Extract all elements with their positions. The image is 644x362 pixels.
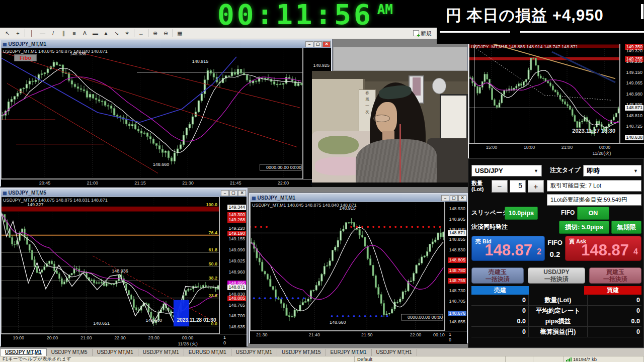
close-all-sell-button[interactable]: 売建玉 一括決済 xyxy=(471,267,524,284)
close-all-buy-button[interactable]: 買建玉 一括決済 xyxy=(589,267,641,284)
close-icon[interactable]: ✕ xyxy=(458,195,466,201)
tile-windows-icon[interactable]: ▦ xyxy=(175,29,185,38)
time-tick: 21:50 xyxy=(361,332,373,337)
fibo-object-label[interactable]: Fibo xyxy=(14,54,37,61)
svg-text:61.8: 61.8 xyxy=(208,247,217,252)
svg-text:148.660: 148.660 xyxy=(153,162,170,167)
time-tick: 20:00 xyxy=(47,335,58,340)
tab-usdjpy-m1-2[interactable]: USDJPY MT,M1 xyxy=(93,349,138,356)
status-profile[interactable]: Default xyxy=(355,356,506,362)
price-tag: 148.871 xyxy=(625,105,643,111)
horizontal-line-icon[interactable]: — xyxy=(37,29,48,38)
price-axis: 149.344149.300149.268149.220149.190149.1… xyxy=(219,197,247,334)
vertical-line-icon[interactable]: │ xyxy=(27,29,37,38)
close-icon[interactable]: ✕ xyxy=(238,190,246,196)
sell-avg-rate-value: 0 xyxy=(471,306,529,316)
slippage-button[interactable]: 10.0pips xyxy=(505,207,538,220)
close-icon[interactable]: ✕ xyxy=(323,41,331,47)
close-all-positions-button[interactable]: USD/JPY 一括決済 xyxy=(528,267,585,284)
order-type-select[interactable]: 即時 ▼ xyxy=(583,165,641,176)
crosshair-icon[interactable]: + xyxy=(13,29,23,38)
window-titlebar[interactable]: ▦ USDJPY_MT,M5 – ▢ ✕ xyxy=(1,189,247,197)
clock-ampm: AM xyxy=(377,2,393,17)
arrow-tool-icon[interactable]: ↘ xyxy=(111,29,122,38)
price-tick: 149.155 xyxy=(227,236,246,242)
status-bar: F1キーでヘルプが表示されます Default 16194/7 kb xyxy=(0,356,644,362)
indicator-scale-tick: 0 xyxy=(223,340,226,345)
zoom-in-icon[interactable]: ⊕ xyxy=(150,29,160,38)
toolbar-separator xyxy=(173,29,173,37)
cursor-icon[interactable]: ↖ xyxy=(2,29,13,38)
expiry-button[interactable]: 無期限 xyxy=(611,221,641,234)
earphone-cord xyxy=(399,124,401,187)
date-tick: 11/28 (火) xyxy=(178,341,197,347)
spread-fifo-label: FIFO xyxy=(545,239,565,246)
tab-usdjpy-m1-3[interactable]: USDJPY MT,M1 xyxy=(138,349,184,356)
maximize-icon[interactable]: ▢ xyxy=(314,41,322,47)
symbol-select[interactable]: USD/JPY ▼ xyxy=(471,165,542,176)
time-axis: 20:4521:0021:1521:3021:4522:0022:15 xyxy=(1,179,331,187)
tab-usdjpy-m5[interactable]: USDJPY MT,M5 xyxy=(47,349,93,356)
quantity-plus-button[interactable]: + xyxy=(528,180,544,193)
tab-usdjpy-m15[interactable]: USDJPY MT,M15 xyxy=(277,349,326,356)
price-tick: 148.765 xyxy=(227,303,246,308)
minimize-icon[interactable]: – xyxy=(441,195,449,201)
price-tick: 148.905 xyxy=(448,217,466,222)
tab-usdjpy-h1[interactable]: USDJPY MT,H1 xyxy=(372,349,417,356)
trendline-icon[interactable]: / xyxy=(48,29,58,38)
price-tick: 148.830 xyxy=(448,247,466,253)
time-tick: 15:00 xyxy=(486,145,498,150)
sell-pl-value: 0 xyxy=(471,327,529,337)
maximize-icon[interactable]: ▢ xyxy=(450,195,458,201)
quantity-minus-button[interactable]: − xyxy=(492,180,508,193)
rectangle-icon[interactable]: ▬ xyxy=(90,29,101,38)
stoploss-button[interactable]: 損切: 5.0pips xyxy=(559,221,609,234)
more-shapes-icon[interactable]: ✶ xyxy=(122,29,132,38)
sell-bid-button[interactable]: 売 Bid 148.87 2 xyxy=(471,236,545,261)
window-titlebar[interactable]: ▦ USDJPY_MT,M1 – ▢ ✕ xyxy=(1,40,331,48)
zoom-out-icon[interactable]: ⊖ xyxy=(160,29,171,38)
new-order-button[interactable]: 新規 xyxy=(413,30,435,37)
price-tag: 149.300 xyxy=(227,212,246,218)
profit-banner: 円 本日の損益 +4,950 xyxy=(437,0,644,44)
candlestick-chart-m15[interactable]: 2023.11.27 13:30 USDJPY_MT,M15 148.886 1… xyxy=(469,43,644,143)
clock-time: 00:11:56 xyxy=(217,0,373,31)
window-titlebar[interactable]: ▦ USDJPY_MT,M1 – ▢ ✕ xyxy=(250,194,467,202)
text-icon[interactable]: A xyxy=(79,29,90,38)
price-tag: 148.676 xyxy=(448,311,466,316)
fibonacci-icon[interactable]: ≡ xyxy=(69,29,79,38)
ask-pip-digit: 4 xyxy=(633,247,638,256)
minimize-icon[interactable]: – xyxy=(221,190,229,196)
tab-usdjpy-m1-4[interactable]: USDJPY MT,M1 xyxy=(231,349,277,356)
tab-usdjpy-m1[interactable]: USDJPY MT,M1 xyxy=(0,348,47,356)
time-tick: 19:00 xyxy=(13,335,24,340)
price-tag: 148.780 xyxy=(448,268,466,274)
buy-pips-value: 0.0 xyxy=(587,316,641,327)
channel-icon[interactable]: ∥ xyxy=(58,29,69,38)
table-row: 0 数量(Lot) 0 xyxy=(471,295,641,306)
maximize-icon[interactable]: ▢ xyxy=(229,190,237,196)
bar-shift-icon[interactable]: ↔ xyxy=(136,29,146,38)
candlestick-chart-m1b[interactable]: 148.915148.6600000.00.00 00:00 USDJPY_MT… xyxy=(250,202,467,331)
daily-profit-text: 円 本日の損益 +4,950 xyxy=(446,5,604,26)
price-tick: 148.930 xyxy=(448,206,466,212)
order-entry-panel: USD/JPY ▼ 注文タイプ 即時 ▼ 数量 (Lot) − 5 + 取引可能… xyxy=(468,158,644,348)
svg-text:38.2: 38.2 xyxy=(208,276,217,281)
time-tick: 20:45 xyxy=(39,180,51,186)
candlestick-chart-m5[interactable]: 148.936148.651148.6602023.11.28 01:30100… xyxy=(1,197,247,334)
oco-label: 決済同時発注 xyxy=(471,224,508,230)
tab-eurusd-m1[interactable]: EURUSD MT,M1 xyxy=(184,349,231,356)
tab-eurjpy-m1[interactable]: EURJPY MT,M1 xyxy=(326,349,372,356)
minimize-icon[interactable]: – xyxy=(305,41,313,47)
buy-ask-button[interactable]: 買 Ask 148.87 4 xyxy=(565,236,641,261)
price-tick: 148.655 xyxy=(448,319,466,325)
fifo-toggle[interactable]: ON xyxy=(577,207,609,220)
price-tag: 148.871 xyxy=(227,285,246,290)
date-tick: 11/28(火) xyxy=(593,150,611,156)
chart-window-usdjpy-m15: 2023.11.27 13:30 USDJPY_MT,M15 148.886 1… xyxy=(468,43,644,158)
chart-window-usdjpy-m1: ▦ USDJPY_MT,M1 – ▢ ✕ 148.936148.915148.6… xyxy=(0,39,332,186)
triangle-icon[interactable]: ▲ xyxy=(101,29,111,38)
row-label: 平均約定レート xyxy=(529,306,587,316)
quantity-input[interactable]: 5 xyxy=(510,180,526,193)
candlestick-chart-m1[interactable]: 148.936148.915148.6600000.00.00 00:00 US… xyxy=(1,48,331,179)
